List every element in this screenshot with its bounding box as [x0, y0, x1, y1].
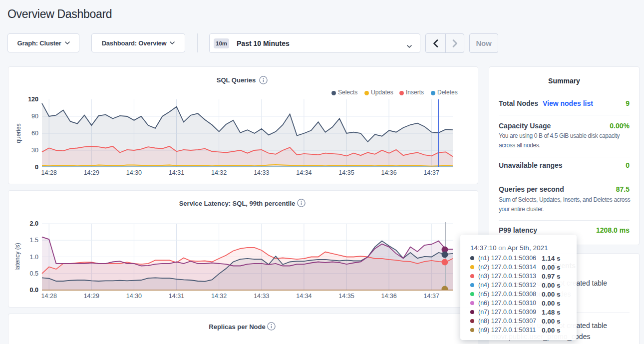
- svg-text:120: 120: [28, 96, 38, 103]
- svg-text:0: 0: [35, 164, 38, 171]
- svg-text:1.0: 1.0: [30, 254, 38, 261]
- svg-text:14:30: 14:30: [126, 169, 142, 176]
- svg-text:14:30: 14:30: [126, 293, 142, 300]
- svg-text:14:28: 14:28: [41, 169, 57, 176]
- svg-text:14:32: 14:32: [211, 293, 227, 300]
- svg-text:60: 60: [31, 130, 38, 137]
- svg-text:14:34: 14:34: [296, 293, 312, 300]
- svg-text:14:28: 14:28: [41, 293, 57, 300]
- svg-text:14:33: 14:33: [254, 293, 269, 300]
- svg-text:14:31: 14:31: [169, 293, 184, 300]
- svg-text:14:36: 14:36: [381, 169, 396, 176]
- svg-text:14:35: 14:35: [338, 293, 354, 300]
- svg-text:0.0: 0.0: [30, 287, 38, 294]
- svg-text:2.0: 2.0: [30, 220, 38, 227]
- svg-text:latency (s): latency (s): [14, 243, 21, 270]
- svg-text:14:29: 14:29: [84, 169, 99, 176]
- svg-text:14:32: 14:32: [211, 169, 227, 176]
- svg-text:queries: queries: [15, 123, 22, 143]
- svg-text:14:36: 14:36: [381, 293, 396, 300]
- svg-text:14:29: 14:29: [84, 293, 99, 300]
- svg-text:14:37: 14:37: [424, 169, 439, 176]
- svg-text:0.5: 0.5: [30, 270, 38, 277]
- svg-text:14:31: 14:31: [169, 169, 184, 176]
- svg-text:90: 90: [31, 113, 38, 120]
- svg-text:14:34: 14:34: [296, 169, 312, 176]
- svg-text:14:35: 14:35: [338, 169, 354, 176]
- svg-text:14:33: 14:33: [254, 169, 269, 176]
- svg-text:14:37: 14:37: [424, 293, 439, 300]
- svg-text:30: 30: [31, 147, 38, 154]
- svg-text:1.5: 1.5: [30, 237, 38, 244]
